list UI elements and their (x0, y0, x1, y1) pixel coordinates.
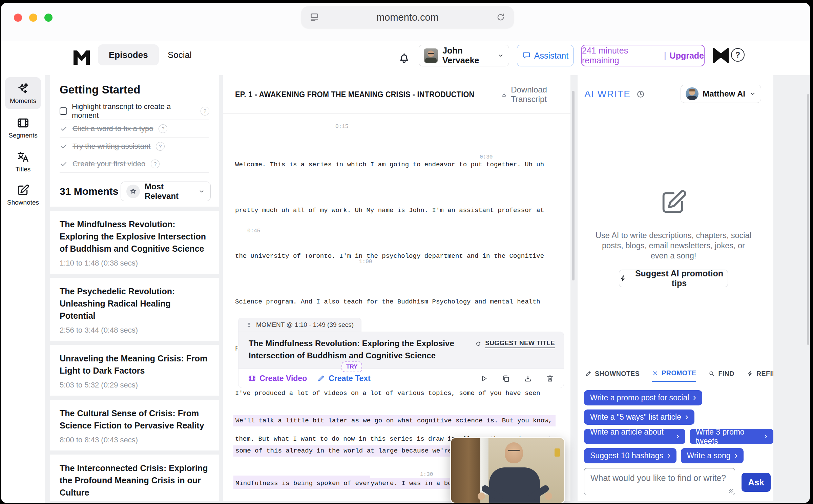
prompt-5-ways-button[interactable]: Write a "5 ways" list article› (584, 410, 694, 425)
persona-dropdown[interactable]: Matthew AI (681, 85, 761, 103)
rail-item-moments[interactable]: Moments (5, 77, 41, 109)
minutes-remaining: 241 minutes remaining (582, 46, 661, 65)
moment-list-item[interactable]: The Psychedelic Revolution: Unleashing R… (50, 274, 219, 341)
url-bar[interactable]: momento.com (301, 6, 514, 28)
checkbox-unchecked[interactable] (60, 107, 67, 115)
reload-icon[interactable] (496, 12, 506, 22)
prompt-article-about-button[interactable]: Write an article about ____› (584, 429, 685, 444)
lightning-icon (747, 370, 753, 377)
chevron-down-icon (749, 90, 756, 97)
rail-item-segments[interactable]: Segments (5, 112, 41, 144)
moment-card: MOMENT @ 1:10 - 1:49 (39 secs) The Mindf… (238, 318, 564, 388)
task-writing-assistant[interactable]: Try the writing assistant ? (60, 138, 209, 155)
moment-list-item[interactable]: The Interconnected Crisis: Exploring the… (50, 450, 219, 501)
separator: | (664, 51, 666, 61)
rail-item-shownotes[interactable]: Shownotes (5, 179, 41, 211)
moments-list: The Mindfulness Revolution: Exploring th… (50, 207, 219, 501)
resize-handle[interactable] (729, 489, 733, 493)
film-icon (16, 116, 30, 130)
moment-list-item[interactable]: Unraveling the Meaning Crisis: From Ligh… (50, 341, 219, 396)
notifications-bell-icon[interactable] (397, 51, 411, 65)
moment-card-tab[interactable]: MOMENT @ 1:10 - 1:49 (39 secs) (238, 318, 361, 332)
sort-dropdown[interactable]: Most Relevant (121, 182, 211, 201)
moments-count: 31 Moments (60, 186, 118, 197)
left-rail: Moments Segments Titles Shownotes (1, 75, 45, 503)
check-icon (60, 125, 68, 133)
tab-shownotes[interactable]: SHOWNOTES (585, 369, 640, 382)
suggest-new-title-button[interactable]: SUGGEST NEW TITLE (475, 339, 555, 348)
film-icon (248, 374, 256, 382)
chevron-right-icon: › (693, 393, 696, 402)
ai-write-title: AI WRITE (584, 89, 630, 100)
rail-item-titles[interactable]: Titles (5, 146, 41, 177)
ask-button[interactable]: Ask (742, 473, 771, 492)
chat-bubble-icon (522, 51, 531, 60)
prompt-song-button[interactable]: Write a song› (681, 448, 744, 463)
check-icon (60, 142, 68, 150)
upgrade-button[interactable]: 241 minutes remaining | Upgrade (581, 45, 705, 66)
task-first-video[interactable]: Create your first video ? (60, 155, 209, 173)
copy-icon[interactable] (502, 374, 510, 383)
suggest-tips-button[interactable]: Suggest AI promotion tips (619, 270, 728, 287)
task-highlight-transcript[interactable]: Highlight transcript to create a moment … (60, 102, 209, 120)
tab-episodes[interactable]: Episodes (98, 44, 159, 65)
transcript-scrollbar[interactable] (572, 91, 575, 280)
browser-chrome: momento.com (1, 3, 810, 41)
close-window-button[interactable] (14, 14, 22, 22)
task-fix-typo[interactable]: Click a word to fix a typo ? (60, 120, 209, 138)
moments-panel: Getting Started Highlight transcript to … (50, 75, 219, 501)
app-body: Moments Segments Titles Shownotes Gettin… (1, 75, 810, 503)
chevron-down-icon (198, 188, 205, 195)
download-icon[interactable] (524, 374, 532, 383)
help-circle-icon[interactable]: ? (151, 160, 160, 168)
drag-handle-icon[interactable] (246, 322, 252, 328)
reader-view-icon[interactable] (309, 12, 319, 22)
help-circle-icon[interactable]: ? (159, 124, 167, 133)
momento-mark-logo[interactable] (711, 47, 730, 64)
ai-write-empty-state: Use AI to write descriptions, chapters, … (578, 187, 769, 287)
ai-write-description: Use AI to write descriptions, chapters, … (594, 230, 753, 261)
ai-write-tabs: SHOWNOTES PROMOTE FIND REFINE (585, 369, 773, 382)
assistant-button[interactable]: Assistant (517, 45, 574, 66)
ask-input[interactable] (584, 468, 735, 495)
pencil-icon (585, 370, 592, 377)
video-preview[interactable] (450, 437, 565, 503)
chevron-right-icon: › (667, 451, 670, 460)
moment-card-title[interactable]: The Mindfulness Revolution: Exploring th… (249, 337, 465, 362)
user-name: John Vervaeke (442, 46, 493, 65)
prompt-promo-tweets-button[interactable]: Write 3 promo tweets› (690, 429, 773, 444)
create-video-button[interactable]: Create Video (248, 374, 307, 383)
promo-prompts: Write a promo post for social› Write a "… (584, 390, 773, 467)
download-icon (501, 90, 507, 99)
zoom-window-button[interactable] (44, 14, 53, 22)
persona-avatar (686, 87, 699, 100)
user-menu[interactable]: John Vervaeke (419, 45, 509, 66)
page-scrollbar[interactable] (807, 94, 809, 345)
momento-logo[interactable] (74, 49, 90, 66)
tab-social[interactable]: Social (168, 44, 192, 65)
download-transcript-button[interactable]: Download Transcript (501, 85, 557, 104)
help-circle-icon[interactable]: ? (156, 142, 165, 151)
user-avatar (424, 48, 438, 63)
search-icon (708, 370, 715, 377)
prompt-promo-post-button[interactable]: Write a promo post for social› (584, 390, 702, 405)
chevron-right-icon: › (676, 432, 679, 440)
prompt-hashtags-button[interactable]: Suggest 10 hashtags› (584, 448, 676, 463)
url-text[interactable]: momento.com (319, 12, 496, 23)
tab-refine[interactable]: REFINE (747, 369, 773, 382)
trash-icon[interactable] (546, 374, 554, 383)
play-icon[interactable] (480, 374, 488, 383)
chevron-right-icon: › (734, 451, 737, 460)
minimize-window-button[interactable] (29, 14, 37, 22)
moment-list-item[interactable]: The Mindfulness Revolution: Exploring th… (50, 207, 219, 274)
getting-started-title: Getting Started (60, 83, 209, 96)
chevron-down-icon (497, 52, 504, 59)
moment-list-item[interactable]: The Cultural Sense of Crisis: From Scien… (50, 396, 219, 450)
tab-find[interactable]: FIND (708, 369, 734, 382)
tab-promote[interactable]: PROMOTE (652, 369, 696, 382)
help-button[interactable]: ? (731, 48, 745, 62)
clock-icon[interactable] (636, 89, 645, 99)
create-text-button[interactable]: Create Text (317, 374, 371, 383)
help-circle-icon[interactable]: ? (201, 107, 209, 115)
promote-icon (652, 370, 659, 377)
